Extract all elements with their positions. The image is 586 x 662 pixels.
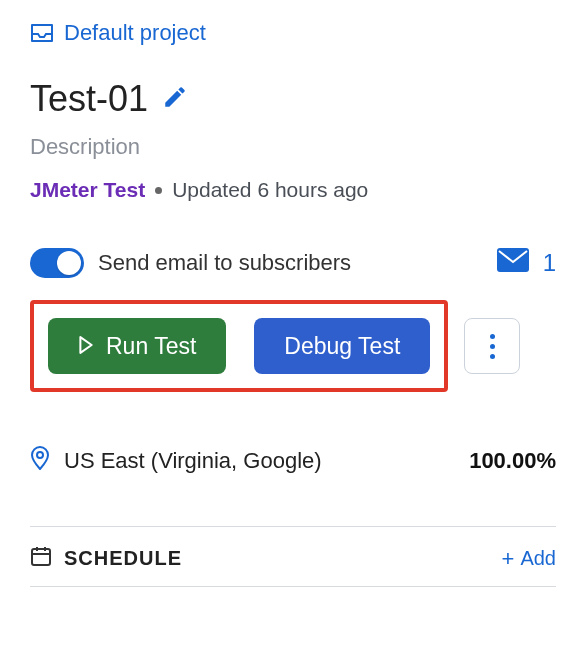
email-toggle[interactable] <box>30 248 84 278</box>
add-schedule-label: Add <box>520 547 556 570</box>
add-schedule-link[interactable]: + Add <box>502 547 556 570</box>
play-icon <box>78 333 94 360</box>
highlight-annotation: Run Test Debug Test <box>30 300 448 392</box>
test-type-link[interactable]: JMeter Test <box>30 178 145 202</box>
calendar-icon <box>30 545 52 572</box>
svg-rect-2 <box>32 549 50 565</box>
mail-icon[interactable] <box>497 248 529 278</box>
inbox-icon <box>30 23 54 43</box>
toggle-knob <box>57 251 81 275</box>
email-toggle-label: Send email to subscribers <box>98 250 483 276</box>
svg-rect-0 <box>497 248 529 272</box>
location-name: US East (Virginia, Google) <box>64 448 455 474</box>
description-placeholder[interactable]: Description <box>30 134 556 160</box>
separator-dot <box>155 187 162 194</box>
divider <box>30 526 556 527</box>
schedule-section-header: SCHEDULE + Add <box>30 545 556 587</box>
updated-timestamp: Updated 6 hours ago <box>172 178 368 202</box>
title-row: Test-01 <box>30 78 556 120</box>
breadcrumb-label: Default project <box>64 20 206 46</box>
svg-point-1 <box>37 452 43 458</box>
debug-test-button[interactable]: Debug Test <box>254 318 430 374</box>
meta-line: JMeter Test Updated 6 hours ago <box>30 178 556 202</box>
dots-icon <box>490 334 495 339</box>
breadcrumb-project[interactable]: Default project <box>30 20 556 46</box>
plus-icon: + <box>502 548 515 570</box>
run-test-label: Run Test <box>106 333 196 360</box>
location-percentage: 100.00% <box>469 448 556 474</box>
run-test-button[interactable]: Run Test <box>48 318 226 374</box>
subscribers-count[interactable]: 1 <box>543 249 556 277</box>
schedule-label: SCHEDULE <box>64 547 490 570</box>
location-row: US East (Virginia, Google) 100.00% <box>30 446 556 506</box>
debug-test-label: Debug Test <box>284 333 400 360</box>
actions-row: Run Test Debug Test <box>30 300 556 392</box>
more-actions-button[interactable] <box>464 318 520 374</box>
edit-icon[interactable] <box>162 84 188 114</box>
page-title: Test-01 <box>30 78 148 120</box>
email-subscribers-row: Send email to subscribers 1 <box>30 248 556 278</box>
location-pin-icon <box>30 446 50 476</box>
